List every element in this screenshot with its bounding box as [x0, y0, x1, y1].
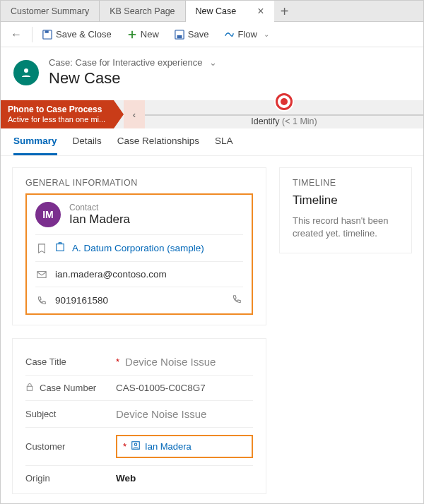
- contact-name: Ian Madera: [69, 212, 130, 227]
- new-button[interactable]: New: [122, 26, 165, 42]
- svg-rect-6: [37, 271, 46, 277]
- tab-sla[interactable]: SLA: [215, 136, 233, 155]
- save-close-icon: [42, 30, 52, 40]
- tab-details[interactable]: Details: [73, 136, 102, 155]
- business-process-bar: Phone to Case Process Active for less th…: [1, 100, 423, 128]
- stage-label: Identify: [251, 116, 279, 126]
- origin-label: Origin: [25, 473, 50, 484]
- process-name[interactable]: Phone to Case Process Active for less th…: [1, 100, 114, 128]
- stage-dot-icon: [276, 93, 293, 110]
- back-button[interactable]: ←: [5, 25, 28, 44]
- process-status-label: Active for less than one mi...: [8, 115, 107, 124]
- case-title-value[interactable]: Device Noise Issue: [125, 356, 253, 368]
- general-info-card: GENERAL INFORMATION IM Contact Ian Mader…: [12, 167, 266, 325]
- phone-icon: [37, 296, 48, 306]
- tab-customer-summary[interactable]: Customer Summary: [1, 1, 100, 22]
- form-selector[interactable]: Case: Case for Interactive experience ⌄: [49, 57, 217, 68]
- save-label: Save: [188, 29, 209, 40]
- company-link[interactable]: A. Datum Corporation (sample): [72, 243, 204, 253]
- case-number-label: Case Number: [40, 383, 96, 393]
- save-button[interactable]: Save: [169, 26, 215, 42]
- svg-point-4: [24, 68, 28, 73]
- tab-kb-search[interactable]: KB Search Page: [100, 1, 185, 22]
- account-lookup-icon: [55, 242, 65, 254]
- save-icon: [175, 30, 184, 40]
- customer-row[interactable]: Customer * Ian Madera: [25, 428, 253, 465]
- case-number-row: Case Number CAS-01005-C0C8G7: [25, 376, 253, 401]
- svg-rect-3: [177, 35, 182, 37]
- tab-new-case[interactable]: New Case ×: [186, 1, 274, 22]
- contact-highlight: IM Contact Ian Madera A. Datum Corporati…: [25, 193, 253, 315]
- separator: [32, 27, 33, 42]
- svg-rect-5: [57, 244, 64, 251]
- timeline-card: TIMELINE Timeline This record hasn't bee…: [279, 167, 412, 253]
- page-title: New Case: [49, 69, 217, 88]
- new-tab-button[interactable]: +: [274, 1, 295, 21]
- svg-rect-7: [27, 386, 33, 390]
- tab-strip: Customer Summary KB Search Page New Case…: [1, 1, 423, 22]
- case-title-label: Case Title: [25, 356, 66, 367]
- phone-row[interactable]: 9019161580: [35, 287, 243, 313]
- save-close-label: Save & Close: [56, 29, 112, 40]
- customer-link[interactable]: Ian Madera: [145, 441, 192, 452]
- customer-highlight: * Ian Madera: [116, 435, 253, 458]
- close-tab-icon[interactable]: ×: [257, 6, 264, 17]
- subject-label: Subject: [25, 409, 56, 419]
- phone-value: 9019161580: [55, 295, 108, 306]
- mail-icon: [37, 270, 48, 280]
- svg-rect-1: [45, 30, 49, 33]
- company-row[interactable]: A. Datum Corporation (sample): [35, 234, 243, 261]
- content-area: GENERAL INFORMATION IM Contact Ian Mader…: [1, 156, 423, 504]
- subject-value[interactable]: Device Noise Issue: [116, 408, 253, 420]
- record-header: Case: Case for Interactive experience ⌄ …: [1, 47, 423, 100]
- tab-summary[interactable]: Summary: [13, 136, 57, 155]
- entity-icon: [13, 60, 39, 85]
- new-label: New: [141, 29, 159, 40]
- process-track: Identify (< 1 Min): [145, 100, 423, 128]
- lock-icon: [25, 383, 34, 393]
- form-tabs: Summary Details Case Relationships SLA: [1, 128, 423, 156]
- email-value: ian.madera@contoso.com: [55, 269, 167, 280]
- timeline-section-title: TIMELINE: [293, 178, 399, 188]
- general-info-title: GENERAL INFORMATION: [25, 178, 253, 188]
- timeline-message: This record hasn't been created yet. tim…: [293, 215, 399, 240]
- form-selector-label: Case: Case for Interactive experience: [49, 57, 203, 68]
- chevron-left-icon: ‹: [133, 109, 136, 120]
- process-back-button[interactable]: ‹: [124, 100, 145, 128]
- required-icon: *: [116, 356, 119, 367]
- case-number-value: CAS-01005-C0C8G7: [116, 383, 253, 393]
- timeline-heading: Timeline: [293, 193, 399, 208]
- origin-value[interactable]: Web: [116, 473, 253, 484]
- flow-icon: [224, 30, 234, 40]
- contact-label: Contact: [69, 203, 130, 212]
- save-close-button[interactable]: Save & Close: [37, 26, 117, 42]
- subject-row[interactable]: Subject Device Noise Issue: [25, 401, 253, 428]
- origin-row[interactable]: Origin Web: [25, 465, 253, 491]
- stage-indicator[interactable]: [276, 93, 293, 110]
- plus-icon: [127, 30, 137, 40]
- avatar: IM: [35, 202, 61, 227]
- flow-button[interactable]: Flow ⌄: [218, 26, 274, 42]
- email-row[interactable]: ian.madera@contoso.com: [35, 261, 243, 287]
- stage-time: (< 1 Min): [282, 116, 317, 126]
- customer-label: Customer: [25, 441, 65, 452]
- tab-new-case-label: New Case: [196, 1, 237, 22]
- contact-lookup-icon: [131, 440, 141, 452]
- chevron-down-icon: ⌄: [209, 57, 217, 68]
- process-name-label: Phone to Case Process: [8, 104, 107, 114]
- tab-case-relationships[interactable]: Case Relationships: [117, 136, 199, 155]
- svg-point-9: [134, 443, 137, 446]
- flow-label: Flow: [237, 29, 257, 40]
- bookmark-icon: [37, 244, 48, 253]
- required-icon: *: [123, 441, 126, 452]
- command-bar: ← Save & Close New Save Flow ⌄: [1, 22, 423, 47]
- chevron-down-icon: ⌄: [264, 30, 269, 38]
- case-title-row[interactable]: Case Title * Device Noise Issue: [25, 349, 253, 376]
- case-fields-card: Case Title * Device Noise Issue Case Num…: [12, 338, 266, 494]
- call-icon[interactable]: [232, 294, 242, 306]
